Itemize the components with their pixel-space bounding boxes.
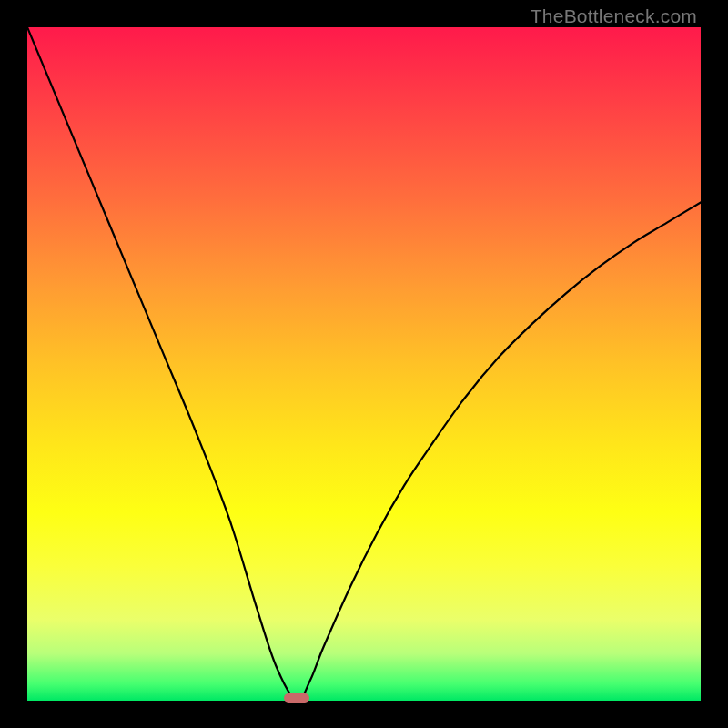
chart-plot-area [27,27,701,701]
watermark-text: TheBottleneck.com [531,5,697,27]
outer-frame: TheBottleneck.com [0,0,728,728]
bottleneck-curve [27,27,701,701]
optimal-marker [284,693,309,703]
